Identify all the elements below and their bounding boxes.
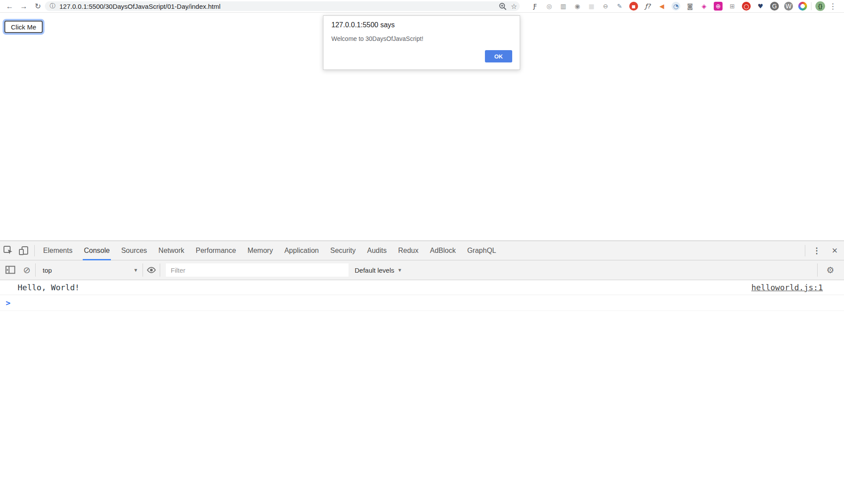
devtools-tabbar: Elements Console Sources Network Perform…	[0, 241, 844, 260]
tab-console[interactable]: Console	[78, 241, 116, 260]
log-levels-value: Default levels	[355, 267, 394, 274]
forward-icon[interactable]: →	[17, 0, 31, 13]
tab-network[interactable]: Network	[153, 241, 190, 260]
browser-toolbar: ← → ↻ ⓘ 127.0.0.1:5500/30DaysOfJavaScrip…	[0, 0, 844, 13]
tab-performance[interactable]: Performance	[190, 241, 242, 260]
tab-security[interactable]: Security	[324, 241, 361, 260]
target-icon[interactable]: ◎	[545, 2, 554, 11]
g-circle-icon[interactable]: G	[770, 2, 779, 11]
console-sidebar-icon[interactable]	[2, 266, 18, 274]
tab-graphql[interactable]: GraphQL	[462, 241, 502, 260]
filter-input[interactable]	[166, 263, 349, 277]
devtools-tabs: Elements Console Sources Network Perform…	[37, 241, 502, 260]
address-bar[interactable]: ⓘ 127.0.0.1:5500/30DaysOfJavaScript/01-D…	[45, 1, 520, 11]
profile-avatar[interactable]: {}	[815, 1, 825, 11]
console-prompt-row[interactable]: >	[0, 295, 844, 311]
console-message-source-link[interactable]: helloworld.js:1	[751, 283, 823, 292]
settings-gear-icon[interactable]: ⚙	[822, 265, 839, 275]
bug-icon[interactable]: ◉	[573, 2, 582, 11]
gear-square-icon[interactable]: ⊕	[714, 2, 723, 11]
ok-button[interactable]: OK	[485, 50, 512, 62]
script-f-icon[interactable]: Ƒ	[531, 2, 539, 11]
tab-elements[interactable]: Elements	[37, 241, 78, 260]
tab-application[interactable]: Application	[279, 241, 324, 260]
zoom-page-icon[interactable]	[499, 2, 507, 11]
bookmark-red-icon[interactable]: ○	[742, 2, 751, 11]
console-prompt-icon: >	[6, 298, 11, 307]
devtools-close-icon[interactable]: ×	[826, 245, 844, 256]
tabbar-right-separator	[805, 245, 805, 256]
chrome-menu-icon[interactable]: ⋮	[829, 2, 837, 11]
graphql-ext-icon[interactable]: ◈	[700, 2, 708, 11]
reload-icon[interactable]: ↻	[31, 0, 45, 13]
back-icon[interactable]: ←	[3, 0, 17, 13]
inspect-element-icon[interactable]	[0, 245, 16, 256]
console-toolbar: ⊘ top ▼ Default levels ▼ ⚙	[0, 260, 844, 280]
devtools-panel: Elements Console Sources Network Perform…	[0, 241, 844, 504]
console-toolbar-separator	[817, 263, 818, 277]
tab-redux[interactable]: Redux	[393, 241, 424, 260]
device-toolbar-icon[interactable]	[16, 246, 32, 256]
dropdown-arrow-icon: ▼	[397, 267, 402, 273]
tabbar-right: ⋮ ×	[808, 245, 844, 256]
tab-adblock[interactable]: AdBlock	[424, 241, 462, 260]
clear-console-icon[interactable]: ⊘	[18, 265, 35, 275]
address-bar-actions: ☆	[499, 1, 517, 11]
site-info-icon[interactable]: ⓘ	[50, 2, 55, 10]
toolbar-separator	[811, 2, 811, 10]
tabbar-separator	[34, 245, 35, 256]
w-circle-icon[interactable]: W	[784, 2, 793, 11]
devtools-menu-icon[interactable]: ⋮	[808, 246, 826, 256]
nav-buttons: ← → ↻	[0, 0, 45, 13]
alert-title: 127.0.0.1:5500 says	[331, 21, 395, 29]
camera-icon[interactable]: ◙	[686, 2, 694, 11]
console-message-row: Hello, World! helloworld.js:1	[0, 280, 844, 295]
execution-context-dropdown[interactable]: top ▼	[36, 260, 143, 280]
live-expression-eye-icon[interactable]	[143, 265, 160, 275]
swirl-icon[interactable]: ◔	[672, 2, 680, 11]
console-message-text: Hello, World!	[18, 283, 751, 292]
megaphone-icon[interactable]: ◀	[657, 2, 666, 11]
split-panels-icon[interactable]: ▥	[559, 2, 568, 11]
grid-icon[interactable]: ▦	[587, 2, 596, 11]
hand-block-icon[interactable]: ▪	[629, 2, 638, 11]
alert-dialog: 127.0.0.1:5500 says Welcome to 30DaysOfJ…	[323, 15, 520, 70]
extension-icons: Ƒ ◎ ▥ ◉ ▦ ⊖ ✎ ▪ ƒ? ◀ ◔ ◙ ◈ ⊕ ⊞ ○	[531, 2, 807, 11]
eyedropper-icon[interactable]: ✎	[615, 2, 624, 11]
page-content: Click Me 127.0.0.1:5500 says Welcome to …	[0, 13, 844, 241]
dropdown-arrow-icon: ▼	[133, 267, 138, 273]
url-text[interactable]: 127.0.0.1:5500/30DaysOfJavaScript/01-Day…	[59, 3, 220, 10]
rainbow-ring-icon[interactable]	[798, 2, 807, 11]
alert-message: Welcome to 30DaysOfJavaScript!	[331, 35, 423, 42]
console-toolbar-separator	[160, 263, 160, 277]
click-me-button[interactable]: Click Me	[4, 21, 43, 33]
blocks-icon[interactable]: ⊞	[728, 2, 737, 11]
log-levels-dropdown[interactable]: Default levels ▼	[355, 267, 402, 274]
tab-sources[interactable]: Sources	[115, 241, 153, 260]
tab-memory[interactable]: Memory	[242, 241, 279, 260]
tab-audits[interactable]: Audits	[361, 241, 392, 260]
heart-search-icon[interactable]: ♥	[756, 2, 765, 11]
console-messages: Hello, World! helloworld.js:1	[0, 280, 844, 295]
function-help-icon[interactable]: ƒ?	[643, 2, 652, 11]
minus-circle-icon[interactable]: ⊖	[601, 2, 610, 11]
bookmark-star-icon[interactable]: ☆	[511, 2, 517, 11]
execution-context-value: top	[43, 267, 133, 274]
